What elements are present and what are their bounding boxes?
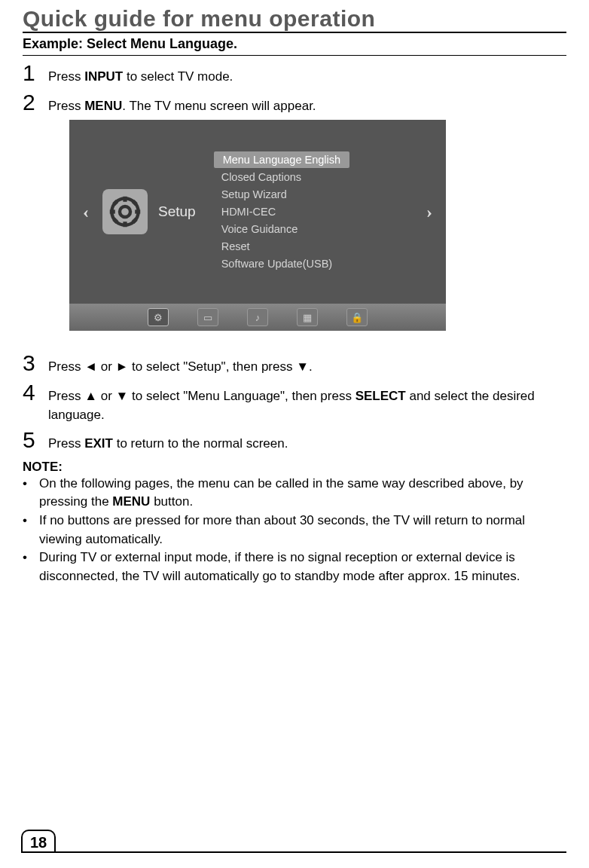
bullet-icon: • <box>23 512 39 549</box>
bar-icon-display: ▭ <box>197 308 218 326</box>
setup-category-label: Setup <box>158 203 196 220</box>
step-text: Press ◄ or ► to select "Setup", then pre… <box>48 353 313 377</box>
tv-menu-screenshot: ‹ <box>69 120 566 331</box>
page-title: Quick guide for menu operation <box>23 0 566 33</box>
step-number: 2 <box>23 91 48 114</box>
bar-icon-audio: ♪ <box>247 308 268 326</box>
bottom-icon-bar: ⚙ ▭ ♪ ▦ 🔒 <box>69 304 446 331</box>
steps-list-continued: 3 Press ◄ or ► to select "Setup", then p… <box>23 352 566 454</box>
svg-rect-5 <box>135 210 140 214</box>
notes-list: • On the following pages, the menu can b… <box>23 475 566 586</box>
nav-right-icon: › <box>413 202 446 222</box>
step-3: 3 Press ◄ or ► to select "Setup", then p… <box>23 352 566 377</box>
bullet-icon: • <box>23 475 39 512</box>
menu-item-wizard: Setup Wizard <box>214 186 413 203</box>
menu-item-hdmi: HDMI-CEC <box>214 203 413 220</box>
gear-icon <box>102 189 148 234</box>
svg-point-1 <box>120 206 130 217</box>
step-5: 5 Press EXIT to return to the normal scr… <box>23 429 566 454</box>
bullet-icon: • <box>23 549 39 585</box>
nav-left-icon: ‹ <box>69 202 102 222</box>
step-number: 4 <box>23 381 48 404</box>
svg-rect-2 <box>123 197 127 202</box>
menu-item-reset: Reset <box>214 238 413 255</box>
step-text: Press ▲ or ▼ to select "Menu Language", … <box>48 383 566 424</box>
example-subtitle: Example: Select Menu Language. <box>23 33 566 56</box>
bar-icon-grid: ▦ <box>297 308 318 326</box>
menu-item-language: Menu Language English <box>214 151 349 168</box>
svg-rect-3 <box>123 222 127 227</box>
svg-rect-4 <box>110 210 115 214</box>
footer-line <box>21 851 566 853</box>
menu-options-list: Menu Language English Closed Captions Se… <box>214 151 413 273</box>
note-item: • On the following pages, the menu can b… <box>23 475 566 512</box>
step-1: 1 Press INPUT to select TV mode. <box>23 62 566 87</box>
step-text: Press EXIT to return to the normal scree… <box>48 430 288 454</box>
step-2: 2 Press MENU. The TV menu screen will ap… <box>23 91 566 116</box>
steps-list: 1 Press INPUT to select TV mode. 2 Press… <box>23 62 566 115</box>
step-number: 1 <box>23 62 48 84</box>
page-number-box: 18 <box>21 830 56 853</box>
menu-item-voice: Voice Guidance <box>214 221 413 237</box>
page-number: 18 <box>30 834 47 851</box>
note-item: • If no buttons are pressed for more tha… <box>23 512 566 549</box>
step-number: 5 <box>23 429 48 451</box>
note-heading: NOTE: <box>23 460 566 475</box>
step-text: Press MENU. The TV menu screen will appe… <box>48 93 316 116</box>
bar-icon-lock: 🔒 <box>346 308 368 326</box>
step-number: 3 <box>23 352 48 374</box>
note-item: • During TV or external input mode, if t… <box>23 549 566 585</box>
step-text: Press INPUT to select TV mode. <box>48 63 233 87</box>
step-4: 4 Press ▲ or ▼ to select "Menu Language"… <box>23 381 566 424</box>
menu-item-software: Software Update(USB) <box>214 255 413 272</box>
menu-item-captions: Closed Captions <box>214 169 413 185</box>
bar-icon-settings: ⚙ <box>148 308 169 326</box>
